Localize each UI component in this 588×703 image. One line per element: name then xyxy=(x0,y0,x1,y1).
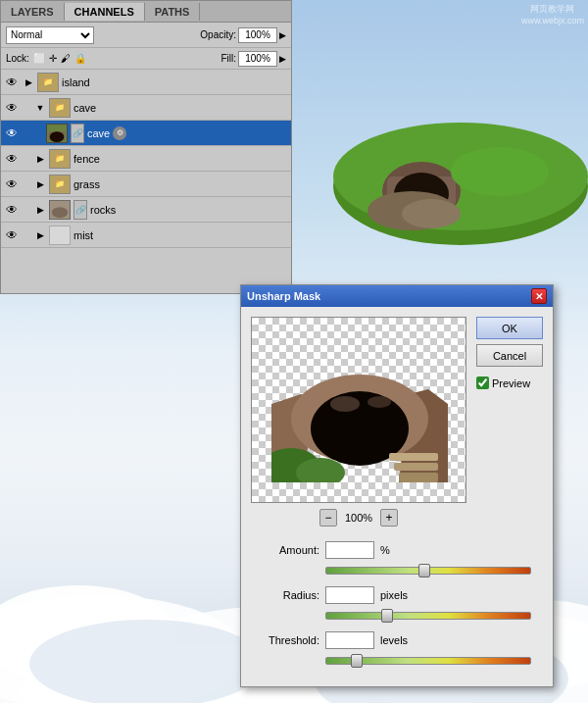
layer-name-mist: mist xyxy=(74,229,93,241)
tab-channels[interactable]: CHANNELS xyxy=(65,3,145,21)
radius-slider-thumb[interactable] xyxy=(381,609,393,623)
layer-name-grass: grass xyxy=(74,178,100,190)
threshold-slider-track[interactable] xyxy=(325,657,531,665)
cancel-button[interactable]: Cancel xyxy=(476,344,543,367)
radius-slider-track[interactable] xyxy=(325,612,531,620)
watermark: 网页教学网 www.webjx.com xyxy=(521,4,584,26)
amount-slider-track[interactable] xyxy=(325,567,531,575)
dialog-title: Unsharp Mask xyxy=(247,290,320,302)
fill-label: Fill: xyxy=(220,53,236,64)
zoom-value: 100% xyxy=(345,512,372,524)
fill-input[interactable] xyxy=(238,51,277,67)
zoom-plus-button[interactable]: + xyxy=(380,509,398,527)
layer-row-cave-layer[interactable]: 👁 🔗 cave ⚙ xyxy=(1,121,291,146)
ok-button[interactable]: OK xyxy=(476,317,543,339)
layer-thumb-island: 📁 xyxy=(37,73,59,92)
panel-tabs: LAYERS CHANNELS PATHS xyxy=(1,1,291,23)
layer-thumb-fence: 📁 xyxy=(49,149,71,169)
threshold-row: Threshold: 21 levels xyxy=(251,631,543,649)
visibility-icon-cave-folder[interactable]: 👁 xyxy=(4,100,20,116)
layers-panel: LAYERS CHANNELS PATHS Normal Opacity: ▶ … xyxy=(0,0,292,294)
dialog-sliders: Amount: 95 % Radius: 5.9 pixels Threshol… xyxy=(241,536,553,686)
dialog-body: − 100% + OK Cancel Preview xyxy=(241,307,553,536)
preview-checkbox[interactable] xyxy=(476,377,489,389)
unsharp-mask-dialog: Unsharp Mask ✕ xyxy=(240,284,554,687)
svg-point-20 xyxy=(451,147,549,196)
lock-row: Lock: ⬜ ✛ 🖌 🔒 Fill: ▶ xyxy=(1,48,291,70)
amount-slider-track-row xyxy=(251,567,543,575)
visibility-icon-island[interactable]: 👁 xyxy=(4,75,20,90)
preview-canvas[interactable] xyxy=(251,317,466,503)
threshold-slider-thumb[interactable] xyxy=(351,654,363,668)
preview-label: Preview xyxy=(492,377,530,389)
opacity-label: Opacity: xyxy=(200,29,236,40)
blend-mode-select[interactable]: Normal xyxy=(6,26,94,44)
expand-arrow-rocks[interactable]: ▶ xyxy=(34,204,46,216)
lock-label: Lock: xyxy=(6,53,29,64)
layers-list: 👁 ▶ 📁 island 👁 ▼ 📁 cave 👁 xyxy=(1,70,291,248)
visibility-icon-mist[interactable]: 👁 xyxy=(4,227,20,243)
lock-icon-all[interactable]: 🔒 xyxy=(74,53,86,64)
opacity-arrow[interactable]: ▶ xyxy=(279,30,286,40)
layer-row-fence[interactable]: 👁 ▶ 📁 fence xyxy=(1,146,291,172)
preview-controls: − 100% + xyxy=(251,509,466,527)
radius-input[interactable]: 5.9 xyxy=(325,586,374,604)
expand-arrow-mist[interactable]: ▶ xyxy=(34,229,46,241)
svg-point-22 xyxy=(402,199,461,228)
visibility-icon-grass[interactable]: 👁 xyxy=(4,176,20,192)
svg-point-27 xyxy=(52,207,68,218)
radius-label: Radius: xyxy=(251,589,319,601)
layer-row-grass[interactable]: 👁 ▶ 📁 grass xyxy=(1,172,291,197)
opacity-input[interactable] xyxy=(238,27,277,43)
layer-name-island: island xyxy=(62,76,288,88)
zoom-minus-button[interactable]: − xyxy=(319,509,337,527)
threshold-input[interactable]: 21 xyxy=(325,631,374,649)
layer-name-cave-folder: cave xyxy=(74,102,96,114)
panel-toolbar-row1: Normal Opacity: ▶ xyxy=(1,23,291,48)
watermark-line2: www.webjx.com xyxy=(521,16,584,27)
dialog-buttons: OK Cancel Preview xyxy=(476,317,545,527)
expand-arrow-grass[interactable]: ▶ xyxy=(34,178,46,190)
layer-thumb-cave-folder: 📁 xyxy=(49,98,71,118)
watermark-line1: 网页教学网 xyxy=(521,4,584,16)
lock-icon-move[interactable]: ✛ xyxy=(49,53,57,64)
svg-point-39 xyxy=(368,396,391,408)
threshold-label: Threshold: xyxy=(251,634,319,646)
tab-layers[interactable]: LAYERS xyxy=(1,3,65,21)
lock-icon-transparent[interactable]: ⬜ xyxy=(33,53,45,64)
amount-slider-thumb[interactable] xyxy=(418,564,430,577)
layer-name-cave-layer: cave xyxy=(87,127,110,139)
svg-rect-35 xyxy=(389,453,438,461)
amount-label: Amount: xyxy=(251,544,319,556)
threshold-unit: levels xyxy=(380,634,419,646)
opacity-group: Opacity: ▶ xyxy=(200,27,286,43)
layer-thumb-mist xyxy=(49,226,71,245)
radius-row: Radius: 5.9 pixels xyxy=(251,586,543,604)
expand-arrow-fence[interactable]: ▶ xyxy=(34,153,46,165)
layer-row-island[interactable]: 👁 ▶ 📁 island xyxy=(1,70,291,95)
layer-thumb-link: 🔗 xyxy=(71,124,84,143)
preview-area: − 100% + xyxy=(251,317,466,527)
expand-arrow-cave[interactable]: ▼ xyxy=(34,102,46,114)
expand-arrow-island[interactable]: ▶ xyxy=(23,76,34,88)
fill-arrow[interactable]: ▶ xyxy=(279,54,286,64)
svg-point-38 xyxy=(330,396,360,412)
layer-thumb-cave xyxy=(46,124,68,143)
tab-paths[interactable]: PATHS xyxy=(145,3,201,21)
layer-badge-cave: ⚙ xyxy=(113,126,126,140)
radius-slider-track-row xyxy=(251,612,543,620)
radius-unit: pixels xyxy=(380,589,419,601)
layer-thumb-rocks xyxy=(49,200,71,220)
layer-row-mist[interactable]: 👁 ▶ mist xyxy=(1,223,291,248)
visibility-icon-fence[interactable]: 👁 xyxy=(4,151,20,167)
visibility-icon-cave-layer[interactable]: 👁 xyxy=(4,126,20,141)
dialog-close-button[interactable]: ✕ xyxy=(531,288,547,304)
layer-row-cave-folder[interactable]: 👁 ▼ 📁 cave xyxy=(1,95,291,121)
preview-checkbox-group: Preview xyxy=(476,377,545,389)
amount-input[interactable]: 95 xyxy=(325,541,374,559)
layer-name-rocks: rocks xyxy=(90,204,116,216)
layer-row-rocks[interactable]: 👁 ▶ 🔗 rocks xyxy=(1,197,291,223)
lock-icon-brush[interactable]: 🖌 xyxy=(61,53,71,64)
svg-rect-37 xyxy=(399,473,438,482)
visibility-icon-rocks[interactable]: 👁 xyxy=(4,202,20,218)
